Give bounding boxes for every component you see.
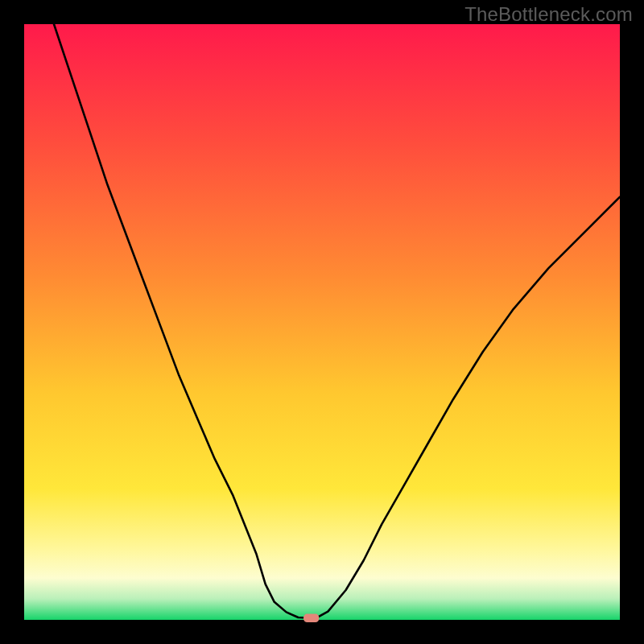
watermark-text: TheBottleneck.com — [464, 3, 633, 26]
bottleneck-chart — [0, 0, 644, 644]
chart-container: TheBottleneck.com — [0, 0, 644, 644]
optimal-marker — [303, 614, 319, 622]
plot-background — [24, 24, 620, 620]
